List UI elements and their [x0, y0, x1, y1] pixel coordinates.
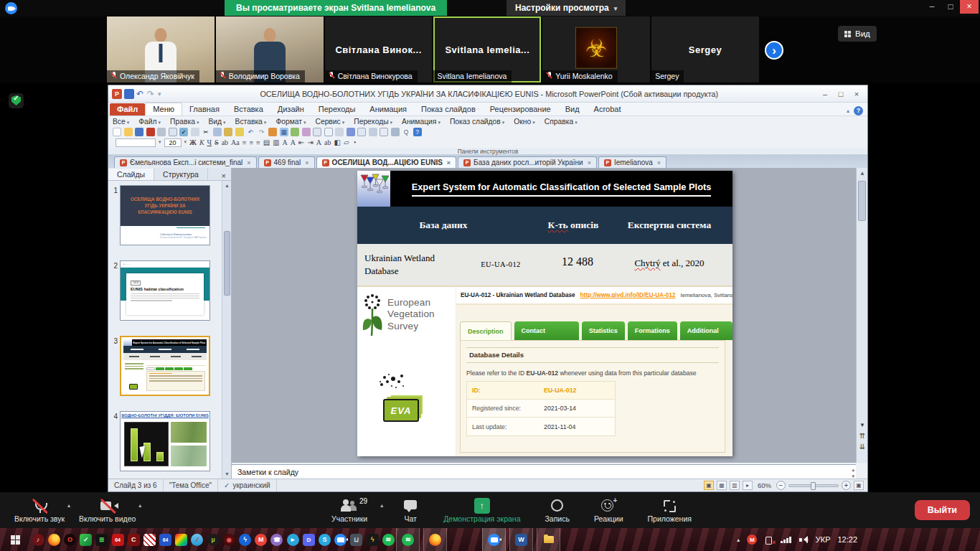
ribbon-tab-вид[interactable]: Вид — [558, 103, 587, 116]
redo-icon[interactable]: ↷ — [147, 89, 156, 99]
document-tab-1[interactable]: PЄмельянова Експ...і системи_final× — [114, 156, 257, 168]
spelling-icon[interactable]: ✓ — [179, 128, 188, 136]
floppy-64-icon[interactable]: 64 — [159, 534, 171, 546]
format-button-12[interactable]: A — [283, 138, 288, 147]
thumbnail-preview[interactable]: ОСЕЛИЩА ВОДНО-БОЛОТНИХ УГІДЬ УКРАЇНИ ЗА … — [120, 185, 210, 245]
slide-thumbnail-2[interactable]: 2● ─ ─ ─DATAEUNIS habitat classification — [110, 260, 222, 321]
chevron-up-icon[interactable]: ▴ — [380, 502, 383, 509]
help-icon[interactable]: ? — [413, 128, 422, 136]
ribbon-tab-файл[interactable]: Файл — [110, 103, 145, 116]
gradient-app-icon[interactable] — [175, 534, 187, 546]
format-button-13[interactable]: A — [291, 138, 296, 147]
menu-вид[interactable]: Вид▾ — [208, 118, 225, 126]
unmute-button[interactable]: Включить звук — [7, 492, 72, 528]
symbol-icon[interactable] — [380, 128, 388, 136]
zoom-in-button[interactable]: + — [842, 481, 851, 490]
leave-meeting-button[interactable]: Выйти — [915, 500, 970, 520]
flash-app-icon[interactable]: ϟ — [239, 534, 251, 546]
zoom-tool-icon[interactable]: Q — [402, 128, 410, 136]
firefox-icon[interactable] — [48, 534, 60, 546]
next-slide-button[interactable]: ⇊ — [857, 441, 868, 452]
language-switcher[interactable]: УКР — [816, 535, 831, 544]
participant-tile-4[interactable]: Svitlana Iemelia...Svitlana Iemelianova — [433, 17, 541, 83]
spotify-window-button[interactable]: ≋ — [396, 528, 420, 551]
chat-button[interactable]: Чат — [395, 492, 426, 528]
participant-tile-5[interactable]: ☣Yurii Moskalenko — [542, 17, 650, 83]
panel-scrollbar[interactable]: ▲ ▼ — [222, 181, 231, 479]
participant-tile-1[interactable]: Олександр Яковійчук — [107, 17, 215, 83]
new-file-icon[interactable] — [113, 128, 121, 136]
slide-thumbnail-1[interactable]: 1ОСЕЛИЩА ВОДНО-БОЛОТНИХ УГІДЬ УКРАЇНИ ЗА… — [110, 185, 222, 245]
participant-tile-6[interactable]: SergeySergey — [651, 17, 759, 83]
language-indicator[interactable]: украинский — [232, 481, 270, 489]
menu-все[interactable]: Все▾ — [113, 118, 129, 126]
ccleaner-icon[interactable]: ∕ — [191, 534, 203, 546]
research-icon[interactable] — [191, 128, 199, 136]
adguard-shield-icon[interactable]: ✓ — [80, 534, 92, 546]
tray-expand-icon[interactable]: ▴ — [737, 537, 740, 543]
close-tab-icon[interactable]: × — [305, 159, 308, 166]
scrollbar-thumb[interactable] — [858, 181, 866, 221]
app-64-icon[interactable]: 64 — [112, 534, 124, 546]
canvas-scrollbar[interactable]: ▲ ⇈ ⇊ ▼ — [856, 168, 867, 463]
viber-icon[interactable]: ☎ — [270, 534, 283, 546]
comodo-icon[interactable]: C — [128, 534, 140, 546]
share-screen-button[interactable]: ↑Демонстрация экрана — [436, 492, 527, 528]
previous-slide-button[interactable]: ⇈ — [857, 430, 868, 441]
normal-view-button[interactable]: ▣ — [704, 481, 714, 490]
menu-правка[interactable]: Правка▾ — [170, 118, 199, 126]
ribbon-tab-показ-слайдов[interactable]: Показ слайдов — [414, 103, 483, 116]
format-button-6[interactable]: Aa — [231, 138, 240, 147]
start-video-button[interactable]: Включить видео — [72, 492, 143, 528]
format-button-17[interactable]: ab — [324, 138, 331, 147]
fit-to-window-button[interactable]: ▣ — [854, 481, 864, 490]
thumbnail-preview[interactable]: ● ─ ─ ─DATAEUNIS habitat classification — [120, 260, 210, 321]
security-shield-icon[interactable] — [9, 93, 24, 108]
notes-pane[interactable]: Заметки к слайду ▴ ▾ — [232, 464, 856, 480]
format-button-2[interactable]: K — [199, 138, 204, 147]
scroll-up-icon[interactable]: ▲ — [857, 168, 868, 179]
document-tab-3[interactable]: PОСЕЛИЩА ВОД...АЦІЄЮ EUNIS× — [316, 156, 456, 168]
ribbon-tab-переходы[interactable]: Переходы — [311, 103, 363, 116]
firefox-window-button[interactable] — [423, 528, 447, 551]
ribbon-tab-анимация[interactable]: Анимация — [362, 103, 414, 116]
skype-icon[interactable]: S — [319, 534, 331, 546]
explorer-window-button[interactable] — [537, 528, 560, 551]
format-button-11[interactable]: ▥ — [273, 138, 279, 147]
current-slide[interactable]: Expert System for Automatic Classificati… — [357, 171, 732, 456]
zoom-slider[interactable] — [788, 484, 839, 487]
format-button-9[interactable]: ≡ — [256, 138, 260, 147]
zoom-window-button[interactable] — [488, 534, 500, 546]
usb-eject-icon[interactable]: × — [764, 535, 773, 545]
minimize-button[interactable]: – — [923, 0, 941, 14]
participant-tile-3[interactable]: Світлана Винок...Світлана Винокурова — [325, 17, 433, 83]
ribbon-tab-acrobat[interactable]: Acrobat — [587, 103, 628, 116]
word-window-button[interactable]: W — [515, 534, 527, 546]
powerpoint-window[interactable]: P ↶ ↷ ▾ ОСЕЛИЩА ВОДНО-БОЛОТНИХ УГІДЬ УКР… — [108, 85, 868, 492]
format-button-15[interactable]: ⇥ — [307, 138, 313, 147]
spotify-icon[interactable]: ≋ — [382, 534, 395, 546]
hyperlink-icon[interactable] — [313, 128, 321, 136]
format-button-1[interactable]: Ж — [189, 138, 197, 147]
apps-button[interactable]: Приложения — [641, 492, 699, 528]
recycle-bin-icon[interactable]: ⊔ — [350, 534, 362, 546]
scroll-down-icon[interactable]: ▼ — [222, 469, 232, 479]
close-tab-icon[interactable]: × — [657, 159, 661, 166]
header-footer-icon[interactable] — [335, 128, 344, 136]
format-button-7[interactable]: ≡ — [242, 138, 247, 147]
menu-анимация[interactable]: Анимация▾ — [402, 118, 440, 126]
format-button-4[interactable]: S — [215, 138, 219, 147]
ppt-restore-button[interactable]: □ — [833, 90, 849, 98]
collapse-ribbon-icon[interactable]: ▴ — [847, 108, 849, 114]
explorer-window-button[interactable] — [542, 534, 555, 546]
print-icon[interactable] — [157, 128, 166, 136]
zoom-out-button[interactable]: − — [776, 481, 786, 490]
format-button-14[interactable]: ⇤ — [298, 138, 304, 147]
clock[interactable]: 12:22 — [837, 535, 857, 544]
format-button-19[interactable]: ▱ — [344, 138, 349, 147]
thumbnail-preview[interactable]: Expert System for Automatic Classificati… — [120, 336, 210, 396]
volume-icon[interactable]: ) — [798, 535, 809, 545]
print-preview-icon[interactable] — [169, 128, 177, 136]
start-button[interactable] — [0, 528, 30, 551]
undo-icon[interactable]: ↶ — [246, 128, 255, 136]
